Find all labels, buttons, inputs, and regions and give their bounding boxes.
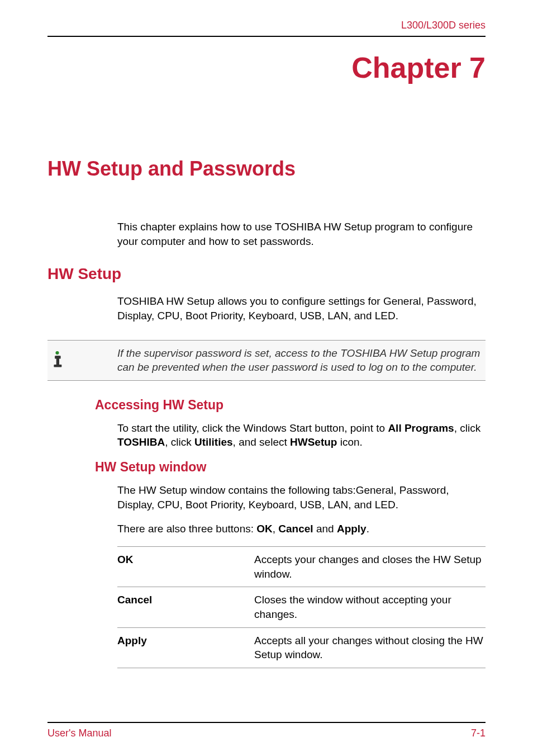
footer-right: 7-1 [471, 727, 486, 739]
button-label-cancel: Cancel [117, 587, 254, 627]
section-heading-hw-setup: HW Setup [47, 265, 486, 283]
button-label-apply: Apply [117, 627, 254, 668]
footer-rule [47, 722, 486, 723]
button-table: OK Accepts your changes and closes the H… [117, 546, 486, 668]
bold-apply: Apply [337, 523, 367, 535]
table-row: Apply Accepts all your changes without c… [117, 627, 486, 668]
svg-rect-2 [56, 356, 59, 366]
text-part: , [273, 523, 279, 535]
table-row: Cancel Closes the window without accepti… [117, 587, 486, 627]
note-text: If the supervisor password is set, acces… [117, 346, 483, 375]
intro-paragraph: This chapter explains how to use TOSHIBA… [117, 220, 486, 248]
button-desc-apply: Accepts all your changes without closing… [254, 627, 486, 668]
header-rule [47, 36, 486, 37]
bold-ok: OK [256, 523, 273, 535]
text-part: and [313, 523, 337, 535]
bold-utilities: Utilities [194, 436, 233, 448]
footer: User's Manual 7-1 [47, 722, 486, 739]
bold-all-programs: All Programs [388, 422, 454, 434]
subsection-window-body-1: The HW Setup window contains the followi… [117, 483, 486, 512]
text-part: There are also three buttons: [117, 523, 256, 535]
table-row: OK Accepts your changes and closes the H… [117, 547, 486, 587]
subsection-accessing-body: To start the utility, click the Windows … [117, 421, 486, 450]
text-part: To start the utility, click the Windows … [117, 422, 388, 434]
text-part: . [367, 523, 369, 535]
bold-hwsetup: HWSetup [290, 436, 337, 448]
info-icon [47, 349, 70, 371]
svg-rect-3 [54, 365, 61, 367]
subsection-accessing-hw-setup: Accessing HW Setup [95, 398, 486, 413]
svg-point-0 [55, 351, 59, 355]
footer-left: User's Manual [47, 727, 111, 739]
bold-cancel: Cancel [278, 523, 313, 535]
note-block: If the supervisor password is set, acces… [47, 340, 486, 381]
button-label-ok: OK [117, 547, 254, 587]
header-series: L300/L300D series [47, 20, 486, 31]
text-part: , click [165, 436, 194, 448]
chapter-title: Chapter 7 [47, 51, 486, 84]
bold-toshiba: TOSHIBA [117, 436, 165, 448]
button-desc-ok: Accepts your changes and closes the HW S… [254, 547, 486, 587]
subsection-hw-setup-window: HW Setup window [95, 460, 486, 475]
button-desc-cancel: Closes the window without accepting your… [254, 587, 486, 627]
main-title: HW Setup and Passwords [47, 157, 486, 181]
text-part: , click [454, 422, 481, 434]
subsection-window-body-2: There are also three buttons: OK, Cancel… [117, 522, 486, 536]
section-body-hw-setup: TOSHIBA HW Setup allows you to configure… [117, 294, 486, 323]
text-part: icon. [337, 436, 362, 448]
text-part: , and select [233, 436, 290, 448]
